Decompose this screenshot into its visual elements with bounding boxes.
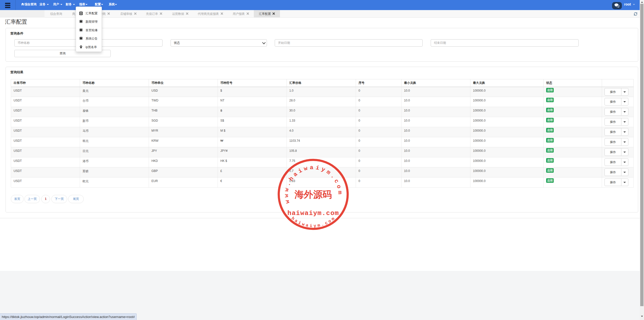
svg-text:海外源码: 海外源码 xyxy=(294,189,332,200)
svg-text:haiwaiym.com: haiwaiym.com xyxy=(291,215,337,228)
svg-text:haiwaiym.com: haiwaiym.com xyxy=(287,209,339,217)
